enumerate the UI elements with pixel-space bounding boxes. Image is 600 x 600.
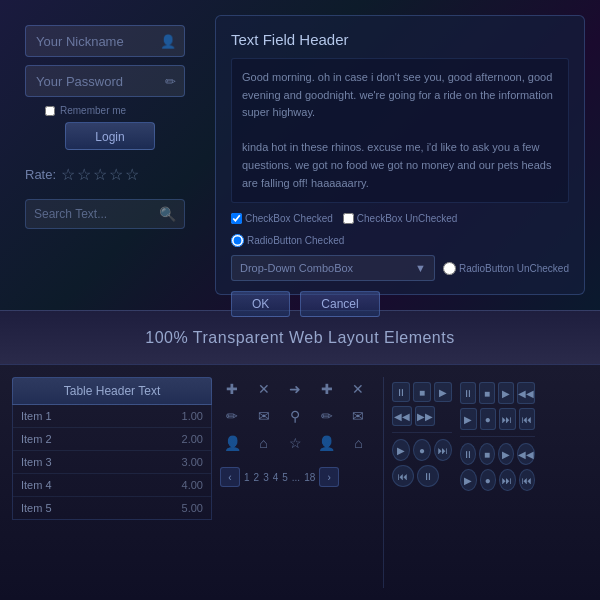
player-row-3: ▶ ● ⏭ (392, 439, 452, 461)
star-icon[interactable]: ☆ (283, 431, 307, 455)
separator-1 (392, 432, 452, 433)
radio-checked[interactable] (231, 234, 244, 247)
pause-button-2[interactable]: ⏸ (460, 382, 476, 404)
circle-btn-1[interactable]: ● (413, 439, 431, 461)
login-button[interactable]: Login (65, 122, 155, 150)
radio-unchecked[interactable] (443, 262, 456, 275)
nickname-placeholder: Your Nickname (36, 34, 124, 49)
mail-icon[interactable]: ✉ (252, 404, 276, 428)
checkboxes-row: CheckBox Checked CheckBox UnChecked Radi… (231, 213, 569, 247)
star-3[interactable]: ☆ (93, 165, 107, 184)
play-button-1[interactable]: ▶ (434, 382, 452, 402)
radio-unchecked-item[interactable]: RadioButton UnChecked (443, 262, 569, 275)
pause-button-1[interactable]: ⏸ (392, 382, 410, 402)
remember-checkbox[interactable] (45, 106, 55, 116)
radio-checked-item[interactable]: RadioButton Checked (231, 234, 344, 247)
search-placeholder: Search Text... (34, 207, 107, 221)
ok-button[interactable]: OK (231, 291, 290, 317)
add-icon[interactable]: ✚ (220, 377, 244, 401)
star-5[interactable]: ☆ (125, 165, 139, 184)
home-icon-2[interactable]: ⌂ (346, 431, 370, 455)
stop-button-2[interactable]: ■ (479, 382, 495, 404)
page-18[interactable]: 18 (304, 472, 315, 483)
stop-round-2[interactable]: ■ (479, 443, 495, 465)
middle-title: 100% Transparent Web Layout Elements (145, 329, 454, 347)
edit-icon-2[interactable]: ✏ (315, 404, 339, 428)
play-round-1[interactable]: ▶ (392, 439, 410, 461)
player-section-2: ⏸ ■ ▶ ◀◀ ▶ ● ⏭ ⏮ ⏸ ■ ▶ ◀◀ ▶ ● ⏭ ⏮ (460, 377, 535, 588)
player-row-2: ◀◀ ▶▶ (392, 406, 452, 426)
checkbox-checked-item[interactable]: CheckBox Checked (231, 213, 333, 224)
icon-grid-container: ✚ ✕ ➜ ✚ ✕ ✏ ✉ ⚲ ✏ ✉ 👤 ⌂ ☆ 👤 ⌂ ‹ 1 2 3 4 … (220, 377, 375, 588)
page-4[interactable]: 4 (273, 472, 279, 483)
mail-icon-2[interactable]: ✉ (346, 404, 370, 428)
close-icon-2[interactable]: ✕ (346, 377, 370, 401)
separator-2 (460, 436, 535, 437)
middle-section: 100% Transparent Web Layout Elements (0, 310, 600, 365)
item-3-name: Item 3 (21, 456, 52, 468)
skip-btn-1[interactable]: ⏭ (434, 439, 452, 461)
play-button-2[interactable]: ▶ (498, 382, 514, 404)
cancel-button[interactable]: Cancel (300, 291, 379, 317)
user-icon-2[interactable]: 👤 (220, 431, 244, 455)
search-icon-2[interactable]: ⚲ (283, 404, 307, 428)
checkbox-unchecked-item[interactable]: CheckBox UnChecked (343, 213, 458, 224)
star-2[interactable]: ☆ (77, 165, 91, 184)
star-4[interactable]: ☆ (109, 165, 123, 184)
skip-round-2[interactable]: ◀◀ (517, 443, 535, 465)
rr-button-2[interactable]: ⏮ (519, 408, 536, 430)
next-page-button[interactable]: › (319, 467, 339, 487)
edit-icon[interactable]: ✏ (220, 404, 244, 428)
page-2[interactable]: 2 (254, 472, 260, 483)
ff-button-2[interactable]: ⏭ (499, 408, 516, 430)
pause-round-2[interactable]: ⏸ (460, 443, 476, 465)
page-1[interactable]: 1 (244, 472, 250, 483)
top-section: Your Nickname 👤 Your Password ✏ Remember… (0, 0, 600, 310)
radio-checked-label: RadioButton Checked (247, 235, 344, 246)
rate-label: Rate: (25, 167, 56, 182)
fwd-round-2[interactable]: ▶ (460, 469, 477, 491)
back-button-2[interactable]: ◀◀ (517, 382, 535, 404)
item-1-value: 1.00 (182, 410, 203, 422)
user-icon-3[interactable]: 👤 (315, 431, 339, 455)
ff-round-2[interactable]: ⏭ (499, 469, 516, 491)
dropdown-combobox[interactable]: Drop-Down ComboBox ▼ (231, 255, 435, 281)
dropdown-row: Drop-Down ComboBox ▼ RadioButton UnCheck… (231, 255, 569, 281)
item-2-value: 2.00 (182, 433, 203, 445)
user-icon: 👤 (160, 34, 176, 49)
arrow-right-icon[interactable]: ➜ (283, 377, 307, 401)
home-icon[interactable]: ⌂ (252, 431, 276, 455)
table-container: Table Header Text Item 1 1.00 Item 2 2.0… (12, 377, 212, 588)
star-rating[interactable]: ☆ ☆ ☆ ☆ ☆ (61, 165, 139, 184)
pause-round-1[interactable]: ⏸ (417, 465, 439, 487)
login-panel: Your Nickname 👤 Your Password ✏ Remember… (15, 15, 205, 295)
page-ellipsis: ... (292, 472, 300, 483)
item-1-name: Item 1 (21, 410, 52, 422)
add-icon-2[interactable]: ✚ (315, 377, 339, 401)
nickname-field[interactable]: Your Nickname 👤 (25, 25, 185, 57)
page-3[interactable]: 3 (263, 472, 269, 483)
prev-page-button[interactable]: ‹ (220, 467, 240, 487)
table-row: Item 4 4.00 (13, 474, 211, 497)
rr-round-2[interactable]: ⏮ (519, 469, 536, 491)
forward-button-1[interactable]: ▶▶ (415, 406, 435, 426)
prev-btn-1[interactable]: ⏮ (392, 465, 414, 487)
page-5[interactable]: 5 (282, 472, 288, 483)
table-row: Item 2 2.00 (13, 428, 211, 451)
close-icon[interactable]: ✕ (252, 377, 276, 401)
item-4-value: 4.00 (182, 479, 203, 491)
search-icon: 🔍 (159, 206, 176, 222)
fwd-button-2[interactable]: ▶ (460, 408, 477, 430)
stop-button-1[interactable]: ■ (413, 382, 431, 402)
circle-round-2[interactable]: ● (480, 469, 497, 491)
rewind-button-1[interactable]: ◀◀ (392, 406, 412, 426)
chevron-down-icon: ▼ (415, 262, 426, 274)
password-field[interactable]: Your Password ✏ (25, 65, 185, 97)
star-1[interactable]: ☆ (61, 165, 75, 184)
search-box[interactable]: Search Text... 🔍 (25, 199, 185, 229)
play-round-2[interactable]: ▶ (498, 443, 514, 465)
item-2-name: Item 2 (21, 433, 52, 445)
rec-button-2[interactable]: ● (480, 408, 497, 430)
checkbox-checked[interactable] (231, 213, 242, 224)
checkbox-unchecked[interactable] (343, 213, 354, 224)
